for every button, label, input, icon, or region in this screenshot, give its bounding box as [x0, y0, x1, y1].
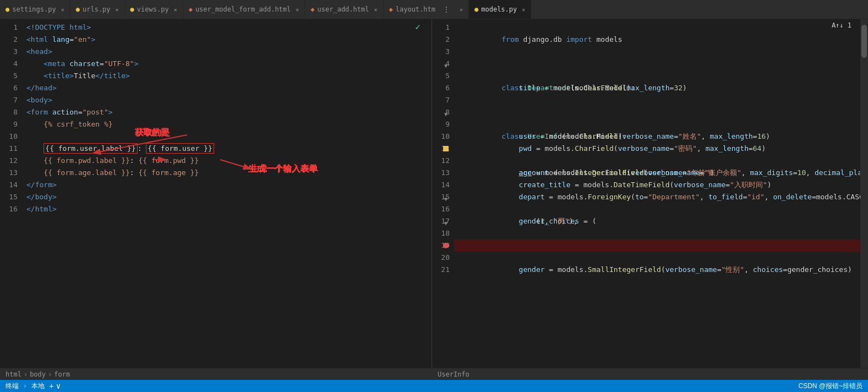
breadcrumb-body-label: body — [30, 371, 46, 378]
left-breadcrumb: html › body › form — [6, 371, 438, 378]
left-line-2: <html lang="en"> — [22, 34, 432, 46]
left-line-4: <meta charset="UTF-8"> — [22, 58, 432, 70]
left-line-7: <body> — [22, 94, 432, 106]
right-code-area[interactable]: A↑↓ 1 1234 5678 9101112 13141516 1718192… — [432, 19, 868, 368]
right-line-20 — [454, 252, 868, 264]
tab-urls-label: urls.py — [83, 6, 111, 13]
left-panel: ✓ 1234 5678 9101112 13141516 <!DOCTYPE h… — [0, 19, 432, 368]
status-bar: 终端 › 本地 + ∨ CSDN @报错~排错员 — [0, 380, 868, 392]
tab-views[interactable]: ● views.py ✕ — [125, 0, 183, 19]
left-line-11: {{ form.user.label }}: {{ form.user }} — [22, 143, 432, 155]
tab-overflow-more[interactable]: ⋮ — [438, 5, 455, 14]
left-line-12: {{ form.pwd.label }}: {{ form.pwd }} — [22, 155, 432, 167]
tab-form-add-close[interactable]: ✕ — [296, 7, 299, 13]
tab-bar: ● settings.py ✕ ● urls.py ✕ ● views.py ✕… — [0, 0, 868, 19]
breadcrumb-form-label: form — [54, 371, 70, 378]
right-line-12: account = models.DecimalField(verbose_na… — [454, 155, 868, 167]
status-local[interactable]: 本地 — [31, 382, 45, 391]
left-check-icon: ✓ — [415, 21, 421, 32]
left-line-5: <title>Title</title> — [22, 70, 432, 82]
left-code-area[interactable]: ✓ 1234 5678 9101112 13141516 <!DOCTYPE h… — [0, 19, 432, 368]
tab-user-add-label: user_add.html — [318, 6, 369, 13]
left-line-13: {{ form.age.label }}: {{ form.age }} — [22, 167, 432, 179]
tab-layout-label: layout.htm — [396, 6, 435, 13]
left-line-numbers: 1234 5678 9101112 13141516 — [0, 19, 22, 215]
left-line-9: {% csrf_token %} — [22, 118, 432, 130]
right-line-6 — [454, 82, 868, 94]
left-line-3: <head> — [22, 46, 432, 58]
left-line-14: </form> — [22, 179, 432, 191]
breadcrumb-html-label: html — [6, 371, 21, 378]
right-line-16: (1, "男"), — [454, 203, 868, 215]
tab-models[interactable]: ● models.py ✕ — [469, 0, 531, 19]
status-terminal[interactable]: 终端 — [6, 382, 19, 391]
left-line-16: </html> — [22, 203, 432, 215]
tab-settings-label: settings.py — [12, 6, 56, 13]
right-line-18: ) — [454, 227, 868, 239]
right-line-7 — [454, 94, 868, 106]
right-line-4: ▼ class Department(models.Model): — [454, 58, 868, 70]
right-scrollbar[interactable] — [860, 19, 868, 368]
right-line-15: ▼ gender_choices = ( — [454, 191, 868, 203]
right-line-19: gender = models.SmallIntegerField(verbos… — [454, 239, 868, 252]
right-line-21 — [454, 264, 868, 276]
right-line-14: depart = models.ForeignKey(to="Departmen… — [454, 179, 868, 191]
tab-form-add[interactable]: ◆ user_model_form_add.html ✕ — [183, 0, 305, 19]
breadcrumb-body: body — [30, 371, 46, 378]
left-line-10 — [22, 130, 432, 143]
tab-user-add-close[interactable]: ✕ — [374, 7, 377, 13]
breadcrumb-userinfo: UserInfo — [438, 371, 470, 378]
status-sep: › — [23, 382, 27, 390]
right-panel: A↑↓ 1 1234 5678 9101112 13141516 1718192… — [432, 19, 868, 368]
tab-settings[interactable]: ● settings.py ✕ — [0, 0, 70, 19]
tab-urls[interactable]: ● urls.py ✕ — [70, 0, 125, 19]
tab-models-label: models.py — [481, 6, 517, 13]
left-line-15: </body> — [22, 191, 432, 203]
left-code-lines: <!DOCTYPE html> <html lang="en"> <head> … — [22, 19, 432, 215]
status-add-btn[interactable]: + — [49, 382, 53, 390]
breadcrumb-sep-2: › — [48, 371, 52, 378]
right-breadcrumb: UserInfo — [438, 371, 862, 378]
tab-urls-close[interactable]: ✕ — [116, 7, 119, 13]
right-line-11: age = models.IntegerField(verbose_name="… — [454, 143, 868, 155]
right-line-3 — [454, 46, 868, 58]
right-line-13: create_title = models.DateTimeField(verb… — [454, 167, 868, 179]
right-line-9: user = models.CharField(verbose_name="姓名… — [454, 118, 868, 130]
left-line-1: <!DOCTYPE html> — [22, 21, 432, 34]
breadcrumb-form: form — [54, 371, 70, 378]
right-line-17: ▼ (2, "女"), — [454, 215, 868, 227]
tab-layout-close[interactable]: ✕ — [460, 7, 463, 13]
right-line-5: title = models.CharField(max_length=32) — [454, 70, 868, 82]
tab-layout[interactable]: ◆ layout.htm ⋮ ✕ — [384, 0, 470, 19]
breadcrumb-bar: html › body › form UserInfo — [0, 368, 868, 380]
tab-form-add-label: user_model_form_add.html — [195, 6, 291, 13]
tab-views-label: views.py — [137, 6, 169, 13]
right-code-lines: from django.db import models ▼ class Dep… — [454, 19, 868, 276]
right-line-10: pwd = models.CharField(verbose_name="密码"… — [454, 130, 868, 143]
right-line-8: ▼ class UserInfo(models.Model): — [454, 106, 868, 118]
status-chevron-down[interactable]: ∨ — [56, 382, 61, 390]
tab-user-add[interactable]: ◆ user_add.html ✕ — [305, 0, 383, 19]
editor-container: ✓ 1234 5678 9101112 13141516 <!DOCTYPE h… — [0, 19, 868, 368]
right-top-label: A↑↓ 1 — [832, 21, 851, 29]
right-line-1: from django.db import models — [454, 21, 868, 34]
right-line-2 — [454, 34, 868, 46]
tab-settings-close[interactable]: ✕ — [61, 7, 64, 13]
tab-models-close[interactable]: ✕ — [522, 7, 525, 13]
breadcrumb-sep-1: › — [24, 371, 28, 378]
breadcrumb-html: html — [6, 371, 21, 378]
left-line-6: </head> — [22, 82, 432, 94]
status-csdn: CSDN @报错~排错员 — [798, 382, 862, 391]
left-line-8: <form action="post"> — [22, 106, 432, 118]
tab-views-close[interactable]: ✕ — [174, 7, 177, 13]
